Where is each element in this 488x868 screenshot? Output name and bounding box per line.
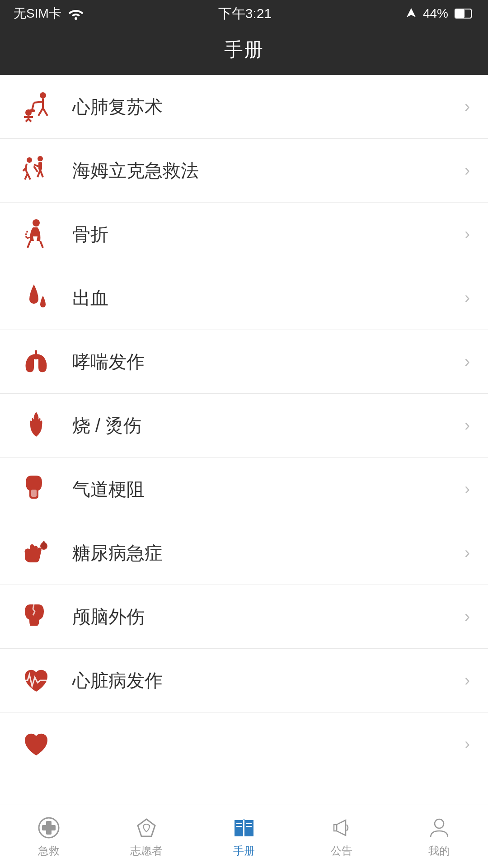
battery-percent: 44%	[423, 6, 448, 21]
bleeding-chevron: ›	[465, 288, 470, 307]
list-item-airway[interactable]: 气道梗阻 ›	[0, 458, 488, 521]
headinjury-icon	[18, 599, 54, 635]
more-chevron: ›	[465, 735, 470, 754]
status-time: 下午3:21	[218, 5, 272, 23]
diabetes-label: 糖尿病急症	[72, 541, 455, 566]
status-right: 44%	[406, 6, 474, 21]
status-left: 无SIM卡	[14, 5, 84, 22]
svg-rect-1	[456, 10, 464, 17]
list-item-burn[interactable]: 烧 / 烫伤 ›	[0, 394, 488, 458]
asthma-label: 哮喘发作	[72, 349, 455, 374]
airway-chevron: ›	[465, 480, 470, 499]
asthma-icon	[18, 344, 54, 380]
diabetes-chevron: ›	[465, 543, 470, 562]
battery-icon	[455, 8, 474, 19]
list-item-heimlich[interactable]: 海姆立克急救法 ›	[0, 139, 488, 203]
tab-handbook-label: 手册	[233, 844, 255, 858]
svg-rect-32	[42, 825, 56, 830]
sim-status: 无SIM卡	[14, 5, 61, 22]
mine-tab-icon	[427, 816, 451, 840]
svg-rect-28	[31, 490, 37, 497]
notice-tab-icon	[329, 816, 354, 840]
svg-line-25	[28, 241, 30, 248]
svg-line-4	[34, 102, 43, 103]
list-item-fracture[interactable]: 骨折 ›	[0, 203, 488, 266]
svg-line-18	[40, 170, 43, 177]
svg-line-27	[27, 237, 30, 238]
cpr-icon	[18, 89, 54, 125]
handbook-tab-icon	[232, 816, 256, 840]
tab-rescue[interactable]: 急救	[0, 816, 98, 858]
tab-volunteer-label: 志愿者	[130, 844, 163, 858]
heartattack-label: 心脏病发作	[72, 668, 455, 693]
list-item-headinjury[interactable]: 颅脑外伤 ›	[0, 585, 488, 649]
content-list: 心肺复苏术 › 海姆立克急救法 ›	[0, 75, 488, 805]
list-item-cpr[interactable]: 心肺复苏术 ›	[0, 75, 488, 139]
burn-chevron: ›	[465, 416, 470, 435]
fracture-icon	[18, 216, 54, 252]
svg-rect-15	[38, 162, 42, 170]
volunteer-tab-icon	[134, 816, 159, 840]
more-icon	[18, 726, 54, 762]
list-item-bleeding[interactable]: 出血 ›	[0, 266, 488, 330]
tab-mine-label: 我的	[428, 844, 450, 858]
headinjury-label: 颅脑外伤	[72, 604, 455, 629]
airway-label: 气道梗阻	[72, 477, 455, 502]
burn-icon	[18, 407, 54, 443]
svg-line-21	[28, 174, 30, 179]
headinjury-chevron: ›	[465, 607, 470, 626]
tab-notice-label: 公告	[331, 844, 352, 858]
list-item-more[interactable]: ›	[0, 712, 488, 776]
svg-line-11	[28, 119, 31, 122]
title-bar: 手册	[0, 27, 488, 75]
rescue-tab-icon	[37, 816, 61, 840]
tab-handbook[interactable]: 手册	[195, 816, 293, 858]
bleeding-icon	[18, 280, 54, 316]
tab-bar: 急救 志愿者 手册	[0, 805, 488, 868]
page-title: 手册	[224, 39, 264, 60]
tab-rescue-label: 急救	[38, 844, 60, 858]
list-item-asthma[interactable]: 哮喘发作 ›	[0, 330, 488, 394]
svg-line-26	[40, 241, 43, 248]
heimlich-icon	[18, 152, 54, 189]
svg-point-14	[38, 156, 43, 161]
list-item-heartattack[interactable]: 心脏病发作 ›	[0, 649, 488, 712]
svg-point-2	[40, 92, 46, 99]
heartattack-chevron: ›	[465, 671, 470, 690]
tab-mine[interactable]: 我的	[390, 816, 488, 858]
tab-notice[interactable]: 公告	[293, 816, 390, 858]
cpr-label: 心肺复苏术	[72, 94, 455, 119]
heartattack-icon	[18, 662, 54, 698]
svg-line-6	[43, 108, 47, 116]
heimlich-chevron: ›	[465, 161, 470, 180]
bleeding-label: 出血	[72, 286, 455, 311]
burn-label: 烧 / 烫伤	[72, 413, 455, 438]
cpr-chevron: ›	[465, 97, 470, 116]
svg-point-24	[33, 219, 40, 226]
fracture-label: 骨折	[72, 222, 455, 247]
svg-point-38	[435, 819, 444, 828]
status-bar: 无SIM卡 下午3:21 44%	[0, 0, 488, 27]
list-item-diabetes[interactable]: 糖尿病急症 ›	[0, 521, 488, 585]
wifi-icon	[68, 7, 84, 20]
heimlich-label: 海姆立克急救法	[72, 158, 455, 183]
diabetes-icon	[18, 535, 54, 571]
fracture-chevron: ›	[465, 225, 470, 244]
svg-line-23	[34, 166, 38, 172]
svg-line-10	[26, 119, 28, 122]
svg-line-5	[38, 108, 43, 116]
svg-line-12	[32, 103, 34, 110]
airway-icon	[18, 471, 54, 507]
location-icon	[406, 7, 417, 20]
svg-point-19	[27, 157, 32, 163]
asthma-chevron: ›	[465, 352, 470, 371]
tab-volunteer[interactable]: 志愿者	[98, 816, 195, 858]
svg-rect-13	[29, 109, 35, 112]
